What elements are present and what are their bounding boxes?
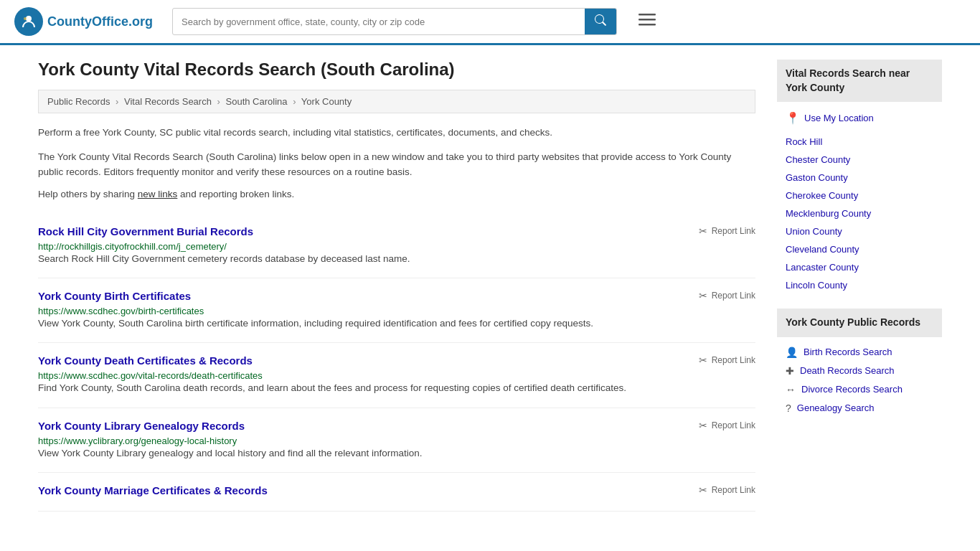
question-icon: ? xyxy=(786,402,791,414)
report-link-button[interactable]: ✂ Report Link xyxy=(699,290,755,301)
report-link-button[interactable]: ✂ Report Link xyxy=(699,420,755,431)
sidebar-item-death-records[interactable]: ✚ Death Records Search xyxy=(777,362,942,380)
content-area: York County Vital Records Search (South … xyxy=(38,60,755,512)
logo-text: CountyOffice.org xyxy=(47,14,153,29)
logo-name: CountyOffice xyxy=(47,14,128,29)
record-item: York County Birth Certificates ✂ Report … xyxy=(38,278,755,343)
breadcrumb-vital-records[interactable]: Vital Records Search xyxy=(124,96,212,107)
new-links-link[interactable]: new links xyxy=(138,189,178,199)
report-label: Report Link xyxy=(712,420,755,430)
search-area xyxy=(172,8,617,35)
sidebar-item-genealogy-search[interactable]: ? Genealogy Search xyxy=(777,399,942,418)
use-my-location-label: Use My Location xyxy=(804,113,874,123)
record-title[interactable]: York County Birth Certificates xyxy=(38,290,191,302)
record-item: York County Death Certificates & Records… xyxy=(38,343,755,408)
logo-area: CountyOffice.org xyxy=(14,7,158,36)
record-url[interactable]: https://www.yclibrary.org/genealogy-loca… xyxy=(38,435,237,446)
record-url[interactable]: http://rockhillgis.cityofrockhill.com/j_… xyxy=(38,241,227,252)
sidebar-nearby-header: Vital Records Search near York County xyxy=(777,60,942,102)
sidebar-nearby-section: Vital Records Search near York County 📍 … xyxy=(777,60,942,294)
sidebar-item-birth-records[interactable]: 👤 Birth Records Search xyxy=(777,343,942,362)
logo-icon xyxy=(14,7,43,36)
search-input[interactable] xyxy=(173,11,585,33)
record-header: York County Birth Certificates ✂ Report … xyxy=(38,290,755,302)
logo-org: .org xyxy=(128,14,153,29)
divorce-records-label: Divorce Records Search xyxy=(801,384,903,395)
svg-point-2 xyxy=(24,17,27,20)
record-desc: Search Rock Hill City Government cemeter… xyxy=(38,252,755,266)
record-title[interactable]: York County Death Certificates & Records xyxy=(38,354,253,367)
record-item: York County Marriage Certificates & Reco… xyxy=(38,473,755,512)
cross-icon: ✚ xyxy=(786,365,794,377)
record-item: York County Library Genealogy Records ✂ … xyxy=(38,408,755,473)
sidebar-item-lancaster-county[interactable]: Lancaster County xyxy=(777,258,942,276)
sidebar-item-divorce-records[interactable]: ↔ Divorce Records Search xyxy=(777,380,942,399)
hamburger-menu-icon[interactable] xyxy=(639,11,656,32)
report-link-button[interactable]: ✂ Report Link xyxy=(699,354,755,366)
record-title[interactable]: York County Library Genealogy Records xyxy=(38,420,245,432)
report-label: Report Link xyxy=(712,355,755,365)
report-label: Report Link xyxy=(712,485,755,495)
record-url[interactable]: https://www.scdhec.gov/birth-certificate… xyxy=(38,306,204,316)
breadcrumb: Public Records › Vital Records Search › … xyxy=(38,90,755,113)
record-url[interactable]: https://www.scdhec.gov/vital-records/dea… xyxy=(38,370,263,381)
svg-rect-4 xyxy=(639,19,656,21)
sidebar: Vital Records Search near York County 📍 … xyxy=(777,60,942,512)
sidebar-item-union-county[interactable]: Union County xyxy=(777,222,942,240)
report-icon: ✂ xyxy=(699,290,707,301)
report-label: Report Link xyxy=(712,226,755,236)
main-layout: York County Vital Records Search (South … xyxy=(24,45,956,526)
record-desc: Find York County, South Carolina death r… xyxy=(38,381,755,395)
sidebar-item-chester-county[interactable]: Chester County xyxy=(777,151,942,169)
birth-records-label: Birth Records Search xyxy=(804,347,892,357)
sidebar-item-mecklenburg-county[interactable]: Mecklenburg County xyxy=(777,204,942,222)
report-link-button[interactable]: ✂ Report Link xyxy=(699,484,755,496)
sidebar-public-records-header: York County Public Records xyxy=(777,309,942,337)
header: CountyOffice.org xyxy=(0,0,980,45)
sidebar-item-cleveland-county[interactable]: Cleveland County xyxy=(777,240,942,258)
use-my-location-link[interactable]: 📍 Use My Location xyxy=(777,108,942,128)
record-header: York County Library Genealogy Records ✂ … xyxy=(38,420,755,432)
report-icon: ✂ xyxy=(699,225,707,237)
sidebar-item-cherokee-county[interactable]: Cherokee County xyxy=(777,187,942,204)
report-icon: ✂ xyxy=(699,354,707,366)
record-header: Rock Hill City Government Burial Records… xyxy=(38,225,755,237)
report-label: Report Link xyxy=(712,291,755,301)
record-desc: View York County Library genealogy and l… xyxy=(38,446,755,461)
breadcrumb-south-carolina[interactable]: South Carolina xyxy=(226,96,288,107)
genealogy-search-label: Genealogy Search xyxy=(797,402,875,413)
intro-text-2: The York County Vital Records Search (So… xyxy=(38,149,755,180)
arrows-icon: ↔ xyxy=(786,384,796,395)
page-title: York County Vital Records Search (South … xyxy=(38,60,755,80)
record-header: York County Death Certificates & Records… xyxy=(38,354,755,367)
records-list: Rock Hill City Government Burial Records… xyxy=(38,214,755,512)
death-records-label: Death Records Search xyxy=(800,365,895,376)
record-desc: View York County, South Carolina birth c… xyxy=(38,316,755,331)
report-icon: ✂ xyxy=(699,484,707,496)
sidebar-item-gaston-county[interactable]: Gaston County xyxy=(777,169,942,187)
record-item: Rock Hill City Government Burial Records… xyxy=(38,214,755,278)
help-text: Help others by sharing new links and rep… xyxy=(38,189,755,199)
search-button[interactable] xyxy=(585,9,616,34)
svg-rect-5 xyxy=(639,24,656,26)
svg-point-1 xyxy=(26,16,32,22)
sidebar-item-rock-hill[interactable]: Rock Hill xyxy=(777,133,942,151)
location-pin-icon: 📍 xyxy=(786,111,800,125)
record-header: York County Marriage Certificates & Reco… xyxy=(38,484,755,496)
person-icon: 👤 xyxy=(786,347,798,358)
svg-rect-3 xyxy=(639,14,656,16)
sidebar-public-records-section: York County Public Records 👤 Birth Recor… xyxy=(777,309,942,418)
breadcrumb-york-county[interactable]: York County xyxy=(301,96,352,107)
record-title[interactable]: York County Marriage Certificates & Reco… xyxy=(38,484,268,496)
record-title[interactable]: Rock Hill City Government Burial Records xyxy=(38,225,253,237)
report-icon: ✂ xyxy=(699,420,707,431)
intro-text-1: Perform a free York County, SC public vi… xyxy=(38,125,755,141)
sidebar-item-lincoln-county[interactable]: Lincoln County xyxy=(777,276,942,294)
report-link-button[interactable]: ✂ Report Link xyxy=(699,225,755,237)
breadcrumb-public-records[interactable]: Public Records xyxy=(47,96,110,107)
